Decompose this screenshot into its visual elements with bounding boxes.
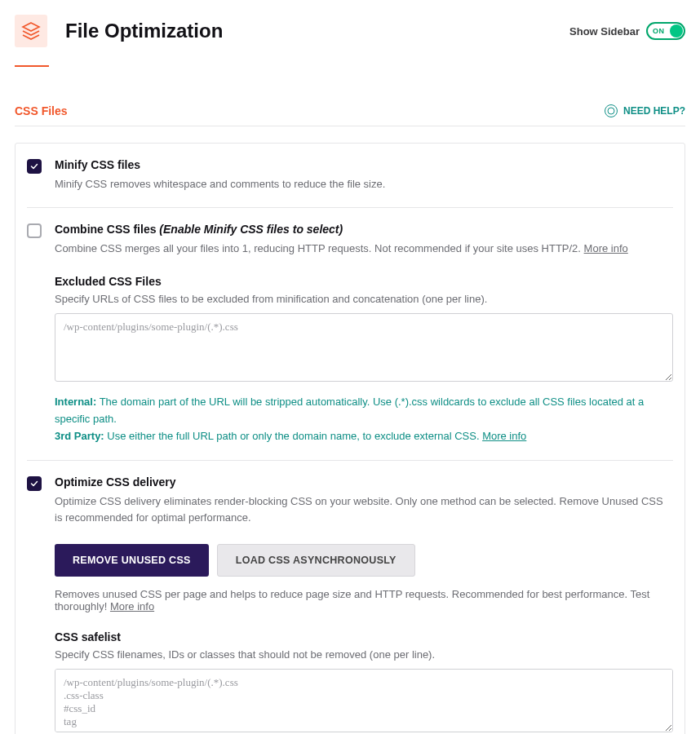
combine-css-more-link[interactable]: More info xyxy=(584,242,628,254)
css-safelist-label: CSS safelist xyxy=(55,630,673,643)
excluded-css-desc: Specify URLs of CSS files to be excluded… xyxy=(55,293,673,305)
css-safelist-block: CSS safelist Specify CSS filenames, IDs … xyxy=(55,630,673,734)
combine-css-title-hint: (Enable Minify CSS files to select) xyxy=(159,223,343,236)
combine-css-title-text: Combine CSS files xyxy=(55,223,159,236)
optimize-css-desc: Optimize CSS delivery eliminates render-… xyxy=(55,493,673,526)
page: File Optimization Show Sidebar ON CSS Fi… xyxy=(0,0,700,734)
note-internal-text: The domain part of the URL will be strip… xyxy=(55,396,644,425)
minify-css-title: Minify CSS files xyxy=(55,158,673,171)
section-header: CSS Files NEED HELP? xyxy=(15,104,685,126)
toggle-on-text: ON xyxy=(653,27,665,35)
page-header: File Optimization Show Sidebar ON xyxy=(15,15,685,47)
check-icon xyxy=(29,479,39,489)
note-internal-label: Internal: xyxy=(55,396,96,408)
layers-icon xyxy=(21,21,41,41)
option-optimize-css: Optimize CSS delivery Optimize CSS deliv… xyxy=(27,461,673,734)
remove-unused-css-more-link[interactable]: More info xyxy=(110,600,154,612)
show-sidebar-label: Show Sidebar xyxy=(569,25,640,38)
tab-underline-indicator xyxy=(15,65,49,67)
page-title: File Optimization xyxy=(65,20,223,42)
combine-css-desc: Combine CSS merges all your files into 1… xyxy=(55,241,673,257)
optimize-css-mode-buttons: REMOVE UNUSED CSS LOAD CSS ASYNCHRONOUSL… xyxy=(55,544,673,577)
load-css-async-button[interactable]: LOAD CSS ASYNCHRONOUSLY xyxy=(217,544,415,577)
note-thirdparty-text: Use either the full URL path or only the… xyxy=(104,430,482,442)
optimize-css-checkbox[interactable] xyxy=(27,476,42,491)
excluded-css-block: Excluded CSS Files Specify URLs of CSS f… xyxy=(55,275,673,444)
section-title: CSS Files xyxy=(15,104,68,117)
toggle-knob xyxy=(670,24,683,38)
option-combine-css: Combine CSS files (Enable Minify CSS fil… xyxy=(27,208,673,461)
excluded-css-note: Internal: The domain part of the URL wil… xyxy=(55,394,673,444)
optimize-css-title: Optimize CSS delivery xyxy=(55,475,673,489)
check-icon xyxy=(29,161,39,171)
page-icon-box xyxy=(15,15,47,47)
note-thirdparty-label: 3rd Party: xyxy=(55,430,104,442)
excluded-css-label: Excluded CSS Files xyxy=(55,275,673,288)
combine-css-title: Combine CSS files (Enable Minify CSS fil… xyxy=(55,223,673,236)
need-help-link[interactable]: NEED HELP? xyxy=(605,104,685,117)
combine-css-desc-text: Combine CSS merges all your files into 1… xyxy=(55,242,584,254)
minify-css-desc: Minify CSS removes whitespace and commen… xyxy=(55,176,673,192)
css-safelist-textarea[interactable] xyxy=(55,669,673,732)
combine-css-checkbox[interactable] xyxy=(27,223,42,238)
need-help-label: NEED HELP? xyxy=(623,105,685,117)
note-thirdparty-more-link[interactable]: More info xyxy=(482,430,526,442)
settings-panel: Minify CSS files Minify CSS removes whit… xyxy=(15,143,685,734)
remove-unused-css-button[interactable]: REMOVE UNUSED CSS xyxy=(55,544,209,577)
minify-css-checkbox[interactable] xyxy=(27,159,42,174)
css-safelist-desc: Specify CSS filenames, IDs or classes th… xyxy=(55,648,673,661)
help-icon xyxy=(605,104,618,117)
show-sidebar-toggle[interactable]: ON xyxy=(646,22,685,40)
option-minify-css: Minify CSS files Minify CSS removes whit… xyxy=(27,144,673,208)
remove-unused-css-desc: Removes unused CSS per page and helps to… xyxy=(55,588,673,612)
excluded-css-textarea[interactable] xyxy=(55,313,673,382)
